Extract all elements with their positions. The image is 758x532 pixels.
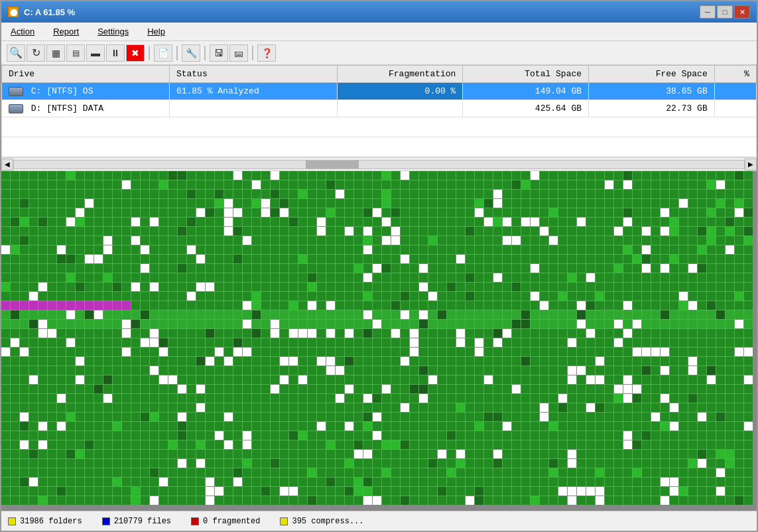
drive2-button[interactable]: 🖴 (229, 44, 248, 62)
status-bar: 31986 folders 210779 files 0 fragmented … (1, 511, 757, 531)
files-label: 210779 files (114, 517, 171, 526)
defrag2-button[interactable]: ▤ (66, 44, 85, 62)
menu-bar: Action Report Settings Help (1, 23, 757, 41)
col-status: Status (169, 66, 337, 83)
restore-button[interactable]: □ (717, 5, 733, 19)
defrag-button[interactable]: ▦ (46, 44, 65, 62)
menu-report[interactable]: Report (49, 25, 83, 38)
fragmented-color-box (191, 517, 199, 525)
table-row[interactable]: C: [NTFS] OS 61.85 % Analyzed 0.00 % 149… (2, 83, 757, 100)
col-drive: Drive (2, 66, 170, 83)
cell-status-d (169, 100, 337, 117)
scroll-right-button[interactable]: ▶ (745, 159, 757, 170)
cell-pct-d (714, 100, 756, 117)
settings-button[interactable]: 🔧 (182, 44, 200, 62)
drive-table-container: Drive Status Fragmentation Total Space F… (1, 65, 757, 158)
window-controls: ─ □ ✕ (700, 5, 750, 19)
cell-free-d: 22.73 GB (589, 100, 715, 117)
status-fragmented: 0 fragmented (191, 517, 260, 526)
analyze-button[interactable]: 🔍 (7, 44, 25, 62)
scroll-left-button[interactable]: ◀ (1, 159, 13, 170)
status-compressed: 395 compress... (280, 517, 363, 526)
status-files: 210779 files (102, 517, 171, 526)
folders-color-box (8, 517, 16, 525)
status-folders: 31986 folders (8, 517, 82, 526)
cell-total-d: 425.64 GB (463, 100, 589, 117)
toolbar: 🔍 ↻ ▦ ▤ ▬ II ✖ 📄 🔧 🖫 🖴 ❓ (1, 41, 757, 65)
table-row[interactable]: D: [NTFS] DATA 425.64 GB 22.73 GB (2, 100, 757, 117)
table-header-row: Drive Status Fragmentation Total Space F… (2, 66, 757, 83)
drive-button[interactable]: 🖫 (210, 44, 228, 62)
compressed-label: 395 compress... (292, 517, 363, 526)
drive-c-label: C: [NTFS] OS (31, 86, 94, 96)
menu-settings-label: Settings (97, 27, 129, 36)
col-free: Free Space (589, 66, 715, 83)
files-color-box (102, 517, 110, 525)
col-percent: % (714, 66, 756, 83)
disk-map-canvas (1, 171, 757, 511)
drive-table: Drive Status Fragmentation Total Space F… (1, 65, 757, 157)
cell-frag-d (337, 100, 463, 117)
separator-2 (176, 46, 178, 60)
stop-button[interactable]: ✖ (126, 44, 145, 62)
scroll-track[interactable] (13, 160, 745, 169)
help-button[interactable]: ❓ (257, 44, 276, 62)
close-button[interactable]: ✕ (734, 5, 750, 19)
col-total: Total Space (463, 66, 589, 83)
col-frag: Fragmentation (337, 66, 463, 83)
title-bar: ⬤ C: A 61.85 % ─ □ ✕ (1, 1, 757, 23)
pause-button[interactable]: II (106, 44, 125, 62)
menu-help-label: Help (147, 27, 165, 36)
separator-3 (204, 46, 206, 60)
screen-button[interactable]: ▬ (86, 44, 105, 62)
cell-drive-c: C: [NTFS] OS (2, 83, 170, 100)
cell-total-c: 149.04 GB (463, 83, 589, 100)
cell-frag-c: 0.00 % (337, 83, 463, 100)
table-row-empty (2, 137, 757, 157)
folders-label: 31986 folders (20, 517, 82, 526)
fragmented-label: 0 fragmented (203, 517, 260, 526)
compressed-color-box (280, 517, 288, 525)
menu-report-label: Report (53, 27, 79, 36)
scroll-thumb[interactable] (306, 161, 359, 168)
main-window: ⬤ C: A 61.85 % ─ □ ✕ Action Report Setti… (0, 0, 758, 532)
title-bar-left: ⬤ C: A 61.85 % (8, 7, 75, 17)
table-row-empty (2, 117, 757, 137)
report-button[interactable]: 📄 (154, 44, 172, 62)
app-icon: ⬤ (8, 7, 19, 17)
menu-settings[interactable]: Settings (94, 25, 133, 38)
scrollbar-area[interactable]: ◀ ▶ (1, 158, 757, 171)
separator-4 (252, 46, 253, 60)
separator-1 (149, 46, 150, 60)
menu-action-label: Action (11, 27, 34, 36)
menu-action[interactable]: Action (7, 25, 38, 38)
refresh-button[interactable]: ↻ (27, 44, 45, 62)
window-title: C: A 61.85 % (24, 7, 75, 17)
cell-free-c: 38.65 GB (589, 83, 715, 100)
drive-d-label: D: [NTFS] DATA (31, 103, 103, 113)
disk-visualization (1, 171, 757, 511)
cell-pct-c (714, 83, 756, 100)
cell-drive-d: D: [NTFS] DATA (2, 100, 170, 117)
menu-help[interactable]: Help (143, 25, 169, 38)
minimize-button[interactable]: ─ (700, 5, 716, 19)
cell-status-c: 61.85 % Analyzed (169, 83, 337, 100)
